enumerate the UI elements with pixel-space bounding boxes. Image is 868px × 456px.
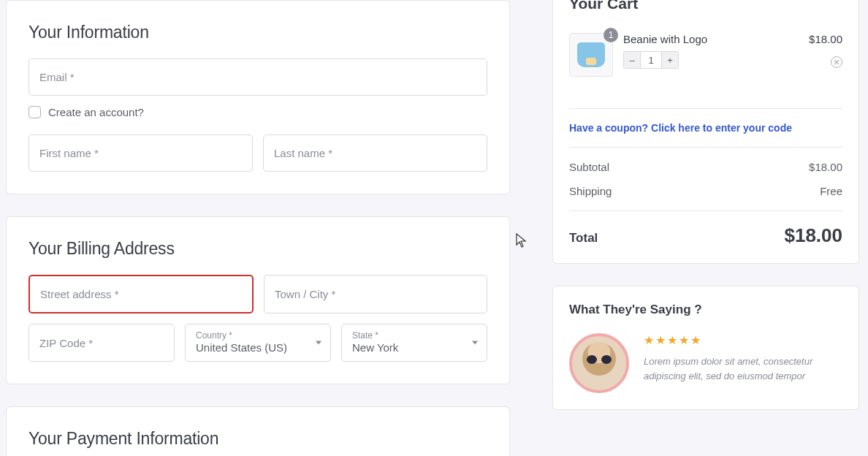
qty-increase-button[interactable]: + (662, 52, 678, 68)
state-select-value: New York (352, 341, 476, 354)
beanie-icon (577, 42, 605, 67)
testimonial-title: What They're Saying ? (569, 303, 842, 317)
create-account-checkbox[interactable] (28, 106, 41, 118)
chevron-down-icon (472, 341, 478, 345)
city-field[interactable] (264, 275, 487, 314)
testimonial-text: Lorem ipsum dolor sit amet, consectetur … (644, 354, 842, 383)
cart-item-name: Beanie with Logo (623, 33, 809, 45)
country-select-label: Country * (196, 330, 320, 341)
last-name-field[interactable] (263, 134, 487, 172)
create-account-label: Create an account? (48, 106, 144, 118)
shipping-label: Shipping (569, 185, 612, 197)
section-title-info: Your Information (28, 23, 487, 42)
section-title-billing: Your Billing Address (28, 239, 487, 259)
testimonial-card: What They're Saying ? ★★★★★ Lorem ipsum … (552, 286, 859, 410)
qty-decrease-button[interactable]: – (624, 52, 640, 68)
coupon-link[interactable]: Have a coupon? Click here to enter your … (569, 122, 842, 134)
chevron-down-icon (316, 341, 321, 345)
avatar (569, 333, 629, 393)
star-rating: ★★★★★ (644, 333, 842, 347)
email-field[interactable] (28, 58, 487, 96)
quantity-badge: 1 (604, 28, 618, 42)
quantity-stepper: – 1 + (623, 51, 679, 69)
cart-item: 1 Beanie with Logo – 1 + $18.00 (569, 33, 842, 95)
state-select-label: State * (352, 330, 476, 341)
divider (569, 147, 842, 148)
shipping-value: Free (820, 185, 842, 197)
payment-section: Your Payment Information (6, 406, 510, 456)
state-select[interactable]: State * New York (341, 324, 487, 362)
country-select-value: United States (US) (196, 341, 320, 354)
your-information-section: Your Information Create an account? (6, 0, 510, 194)
cart-item-price: $18.00 (809, 33, 842, 45)
total-value: $18.00 (784, 224, 842, 247)
divider (569, 210, 842, 211)
product-thumbnail: 1 (569, 33, 613, 77)
cursor-icon (515, 232, 528, 248)
total-label: Total (569, 231, 598, 246)
qty-value[interactable]: 1 (640, 52, 662, 68)
billing-address-section: Your Billing Address Country * United St… (6, 216, 510, 384)
subtotal-value: $18.00 (809, 161, 842, 173)
subtotal-label: Subtotal (569, 161, 609, 173)
first-name-field[interactable] (28, 134, 253, 172)
country-select[interactable]: Country * United States (US) (185, 324, 331, 362)
divider (569, 108, 842, 109)
close-icon (834, 59, 840, 65)
cart-title: Your Cart (569, 0, 842, 12)
zip-field[interactable] (28, 324, 175, 362)
remove-item-button[interactable] (831, 56, 842, 68)
street-address-field[interactable] (28, 275, 254, 314)
section-title-payment: Your Payment Information (28, 429, 487, 449)
cart-card: Your Cart 1 Beanie with Logo – 1 + $18.0… (552, 0, 859, 264)
